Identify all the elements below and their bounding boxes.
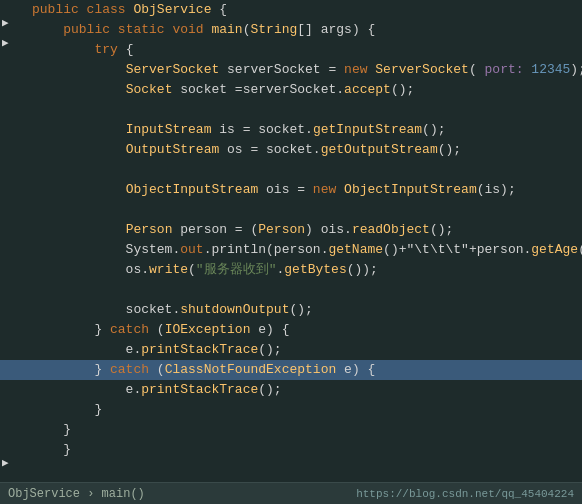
code-area[interactable]: ▶ public class ObjService { ▶ public sta…: [0, 0, 582, 482]
status-right: https://blog.csdn.net/qq_45404224: [356, 488, 574, 500]
code-content-21: }: [28, 400, 582, 420]
code-line-6: [0, 100, 582, 120]
code-content-15: [28, 280, 582, 300]
code-content-1: public class ObjService {: [28, 0, 582, 20]
code-line-3: try {: [0, 40, 582, 60]
code-line-8: OutputStream os = socket.getOutputStream…: [0, 140, 582, 160]
code-content-10: ObjectInputStream ois = new ObjectInputS…: [28, 180, 582, 200]
code-line-20: e.printStackTrace();: [0, 380, 582, 400]
code-content-18: e.printStackTrace();: [28, 340, 582, 360]
code-content-9: [28, 160, 582, 180]
code-content-17: } catch (IOException e) {: [28, 320, 582, 340]
code-line-17: } catch (IOException e) {: [0, 320, 582, 340]
code-line-16: socket.shutdownOutput();: [0, 300, 582, 320]
code-content-12: Person person = (Person) ois.readObject(…: [28, 220, 582, 240]
code-content-4: ServerSocket serverSocket = new ServerSo…: [28, 60, 582, 80]
code-content-11: [28, 200, 582, 220]
code-line-4: ServerSocket serverSocket = new ServerSo…: [0, 60, 582, 80]
code-line-14: os.write("服务器收到".getBytes());: [0, 260, 582, 280]
code-content-2: public static void main(String[] args) {: [28, 20, 582, 40]
code-line-22: }: [0, 420, 582, 440]
code-line-2: ▶ public static void main(String[] args)…: [0, 20, 582, 40]
editor-container: ▶ public class ObjService { ▶ public sta…: [0, 0, 582, 504]
code-line-18: e.printStackTrace();: [0, 340, 582, 360]
code-line-7: InputStream is = socket.getInputStream()…: [0, 120, 582, 140]
code-content-22: }: [28, 420, 582, 440]
code-content-19: } catch (ClassNotFoundException e) {: [28, 360, 582, 380]
code-line-19: } catch (ClassNotFoundException e) {: [0, 360, 582, 380]
code-line-13: System.out.println(person.getName()+"\t\…: [0, 240, 582, 260]
code-content-6: [28, 100, 582, 120]
code-line-10: ObjectInputStream ois = new ObjectInputS…: [0, 180, 582, 200]
code-content-23: }: [28, 440, 582, 460]
code-line-11: [0, 200, 582, 220]
code-line-12: Person person = (Person) ois.readObject(…: [0, 220, 582, 240]
code-content-3: try {: [28, 40, 582, 60]
status-left: ObjService › main(): [8, 487, 145, 501]
code-line-1: ▶ public class ObjService {: [0, 0, 582, 20]
code-content-14: os.write("服务器收到".getBytes());: [28, 260, 582, 280]
code-content-20: e.printStackTrace();: [28, 380, 582, 400]
arrow-23: ▶: [2, 453, 9, 473]
code-line-21: }: [0, 400, 582, 420]
code-line-5: Socket socket =serverSocket.accept();: [0, 80, 582, 100]
code-lines: ▶ public class ObjService { ▶ public sta…: [0, 0, 582, 460]
code-content-13: System.out.println(person.getName()+"\t\…: [28, 240, 582, 260]
code-content-5: Socket socket =serverSocket.accept();: [28, 80, 582, 100]
status-bar: ObjService › main() https://blog.csdn.ne…: [0, 482, 582, 504]
code-line-23: ▶ }: [0, 440, 582, 460]
code-line-9: [0, 160, 582, 180]
code-content-16: socket.shutdownOutput();: [28, 300, 582, 320]
code-content-8: OutputStream os = socket.getOutputStream…: [28, 140, 582, 160]
code-content-7: InputStream is = socket.getInputStream()…: [28, 120, 582, 140]
code-line-15: [0, 280, 582, 300]
